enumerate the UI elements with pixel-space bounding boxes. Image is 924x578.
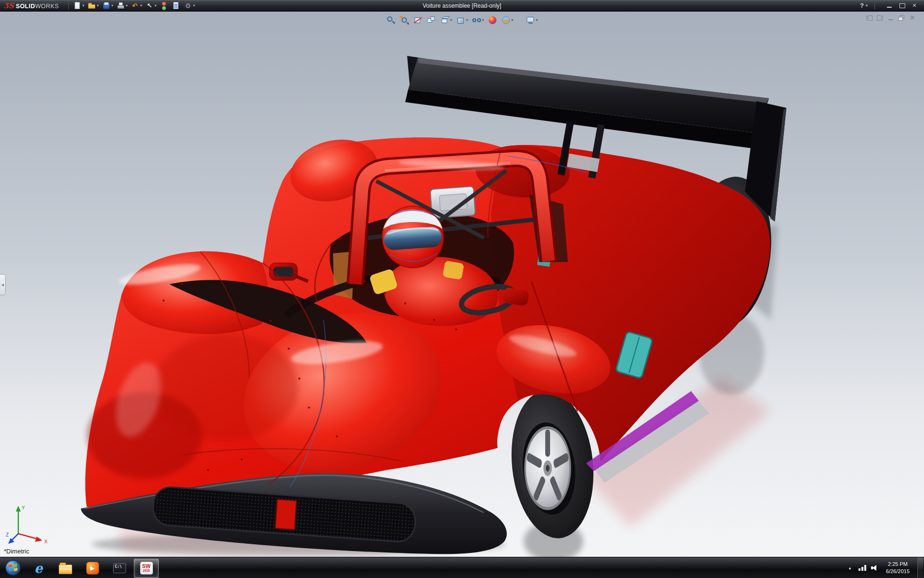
apply-scene-button[interactable]: ▾ [500,15,515,26]
titlebar-separator [874,2,875,10]
rebuild-button[interactable] [158,1,170,11]
close-button[interactable] [909,1,920,10]
open-button[interactable]: ▾ [86,1,100,11]
doc-pane-left-button[interactable] [865,14,874,22]
feature-panel-collapse-handle[interactable]: ◂ [0,274,6,295]
open-dropdown[interactable]: ▾ [97,4,99,8]
taskbar-item-windows-explorer[interactable] [53,559,78,578]
titlebar-right: ? ▾ [858,1,920,10]
view-settings-button[interactable]: ▾ [525,15,539,26]
doc-restore-button[interactable] [897,14,906,22]
file-properties-icon [172,1,180,10]
taskbar-item-solidworks-2015[interactable]: SW2015 [134,559,159,578]
orientation-triad: Y X Z [6,499,52,545]
options-dropdown[interactable]: ▾ [193,4,195,8]
maximize-button[interactable] [896,1,908,10]
window-title: Voiture assemblee [Read-only] [423,2,501,9]
media-player-icon: ▶ [86,562,99,575]
file-properties-button[interactable] [170,1,182,11]
apply-scene-dropdown[interactable]: ▾ [512,18,513,22]
triad-y-label: Y [22,505,25,511]
triad-x-label: X [44,539,48,544]
solidworks-2015-label: SW [142,564,151,569]
options-button[interactable]: ▾ [182,1,196,11]
edit-appearance-icon [488,15,498,25]
titlebar: ƷS SOLID WORKS ▾▾▾▾▾▾▾ Voiture assemblee… [0,0,924,12]
windows-explorer-icon [59,565,72,574]
view-settings-dropdown[interactable]: ▾ [536,18,538,22]
clock-time: 2:25 PM [886,561,910,568]
doc-close-button[interactable] [908,14,916,22]
doc-pane-right-button[interactable] [876,14,885,22]
zoom-to-fit-button[interactable] [385,15,397,26]
internet-explorer-label: e [34,562,42,575]
select-dropdown[interactable]: ▾ [154,4,156,8]
new-document-button[interactable]: ▾ [72,1,86,11]
document-window-controls [865,14,916,22]
windows-taskbar: e▶C:\SW2015 ▴ 2:25 PM 6/26/2015 [0,557,924,578]
taskbar-items: e▶C:\SW2015 [26,557,159,578]
display-style-dropdown[interactable]: ▾ [466,18,468,22]
save-button[interactable]: ▾ [101,1,115,11]
command-prompt-label: C:\ [115,565,122,569]
section-view-button[interactable] [411,15,424,26]
toolbar-separator [68,2,69,10]
view-settings-icon [526,15,536,25]
print-dropdown[interactable]: ▾ [126,4,128,8]
headsup-view-toolbar: ▾▾▾▾▾ [385,15,539,26]
graphics-area[interactable]: ▾▾▾▾▾ ◂ Y X Z *Dimetric [0,12,924,557]
zoom-to-area-icon [399,15,409,25]
clock-date: 6/26/2015 [886,568,910,575]
brand-works: WORKS [35,3,59,10]
media-player-label: ▶ [90,565,94,571]
taskbar-clock[interactable]: 2:25 PM 6/26/2015 [883,561,912,575]
view-selector-button[interactable] [425,15,437,26]
undo-icon [131,1,140,10]
doc-minimize-button[interactable] [886,14,895,22]
save-icon [102,1,111,10]
edit-appearance-button[interactable] [487,15,499,26]
display-style-icon [456,15,465,25]
help-label: ? [860,2,864,9]
select-button[interactable]: ▾ [144,1,158,11]
undo-dropdown[interactable]: ▾ [140,4,142,8]
3d-viewport[interactable] [0,12,924,557]
triad-z-label: Z [6,532,9,538]
print-button[interactable]: ▾ [115,1,129,11]
taskbar-item-command-prompt[interactable]: C:\ [107,559,132,578]
apply-scene-icon [501,15,511,25]
hidden-icons-button[interactable]: ▴ [846,565,854,570]
minimize-button[interactable] [884,1,895,10]
command-prompt-icon: C:\ [113,563,126,573]
collapse-arrow-icon: ◂ [1,282,4,287]
display-style-button[interactable]: ▾ [454,15,469,26]
print-icon [116,1,125,10]
new-document-dropdown[interactable]: ▾ [82,4,84,8]
select-icon [145,1,154,10]
internet-explorer-icon: e [34,562,42,575]
hide-show-items-button[interactable]: ▾ [470,15,485,26]
view-selector-icon [426,15,436,25]
view-orientation-dropdown[interactable]: ▾ [450,18,452,22]
view-orientation-button[interactable]: ▾ [438,15,453,26]
open-icon [88,1,96,10]
options-icon [184,1,192,10]
help-dropdown[interactable]: ▾ [866,4,868,8]
taskbar-item-media-player[interactable]: ▶ [80,559,105,578]
solidworks-2015-icon: SW2015 [140,562,153,575]
undo-button[interactable]: ▾ [129,1,143,11]
hide-show-items-icon [472,15,481,25]
volume-icon[interactable] [871,565,878,571]
help-button[interactable]: ? ▾ [858,2,870,9]
start-button[interactable] [0,557,26,578]
hide-show-items-dropdown[interactable]: ▾ [482,18,484,22]
network-icon[interactable] [859,565,866,571]
taskbar-item-internet-explorer[interactable]: e [26,559,51,578]
helmet-visor [384,226,443,250]
windows-start-icon [5,560,21,576]
zoom-to-area-button[interactable] [398,15,411,26]
system-tray: ▴ 2:25 PM 6/26/2015 [846,557,924,578]
brand-solid: SOLID [16,3,35,10]
show-desktop-button[interactable] [917,557,923,578]
save-dropdown[interactable]: ▾ [111,4,113,8]
